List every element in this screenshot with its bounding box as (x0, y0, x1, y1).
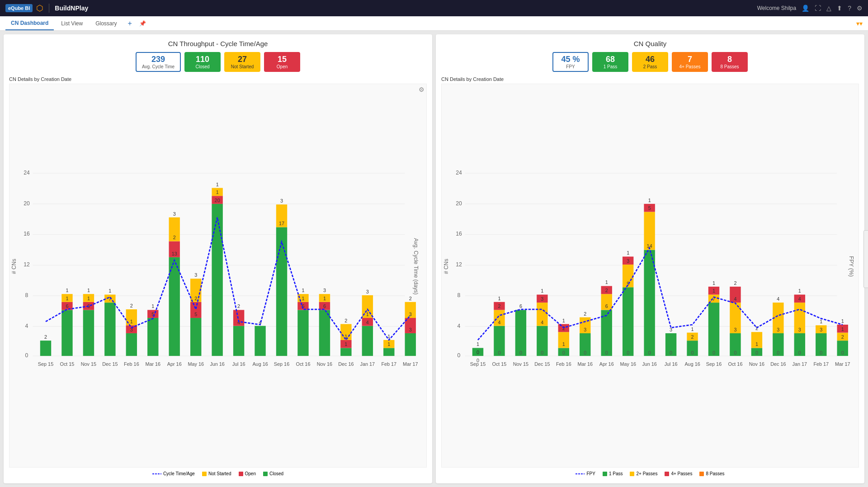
legend-cycle-time-label: Cycle Time/Age (163, 471, 195, 476)
svg-text:6: 6 (519, 303, 522, 309)
legend-not-started-sq (202, 472, 207, 476)
svg-text:Dec 15: Dec 15 (102, 361, 118, 367)
help-icon[interactable]: ? (848, 5, 851, 12)
legend-fpy: FPY (576, 471, 595, 476)
svg-text:Apr 16: Apr 16 (167, 361, 182, 367)
kpi-1pass[interactable]: 68 1 Pass (592, 52, 628, 72)
user-icon[interactable]: 👤 (802, 5, 809, 12)
svg-text:2: 2 (130, 303, 133, 308)
svg-text:1: 1 (108, 288, 111, 293)
svg-text:1: 1 (302, 288, 304, 293)
tab-list-view[interactable]: List View (56, 16, 88, 30)
svg-rect-99 (340, 348, 351, 356)
svg-text:May 16: May 16 (188, 361, 204, 367)
svg-text:0: 0 (584, 350, 586, 355)
alert-icon[interactable]: △ (826, 5, 831, 12)
kpi-open-value: 15 (270, 55, 294, 64)
svg-rect-118 (405, 333, 416, 356)
svg-text:Dec 16: Dec 16 (338, 361, 354, 367)
svg-text:2: 2 (173, 235, 176, 241)
kpi-open[interactable]: 15 Open (264, 52, 300, 72)
svg-text:0: 0 (519, 350, 522, 355)
kpi-2pass[interactable]: 46 2 Pass (632, 52, 668, 72)
svg-text:0: 0 (476, 350, 479, 355)
header-separator (49, 4, 49, 13)
legend-2pass-label: 2+ Passes (636, 471, 657, 476)
svg-text:4: 4 (366, 320, 369, 325)
svg-text:1: 1 (344, 341, 347, 347)
svg-text:1: 1 (216, 189, 219, 195)
sidebar-filter1-icon[interactable]: ⊞ (865, 232, 868, 242)
svg-rect-92 (319, 310, 330, 356)
settings-icon[interactable]: ⚙ (857, 5, 863, 12)
tab-glossary[interactable]: Glossary (90, 16, 122, 30)
svg-text:1: 1 (562, 318, 565, 323)
kpi-closed[interactable]: 110 Closed (184, 52, 221, 72)
svg-text:1: 1 (541, 288, 543, 293)
legend-4pass-sq (665, 472, 669, 476)
svg-rect-50 (169, 257, 180, 356)
expand-icon[interactable]: ⛶ (815, 5, 821, 12)
svg-text:0: 0 (820, 350, 822, 355)
kpi-avg-cycle-time[interactable]: 239 Avg. Cycle Time (136, 52, 181, 72)
svg-text:24: 24 (456, 170, 462, 176)
pin-button[interactable]: 📌 (137, 20, 148, 27)
app-header: eQube BI ⬡ BuildNPlay Welcome Shilpa 👤 ⛶… (0, 0, 868, 16)
legend-8pass: 8 Passes (699, 471, 724, 476)
svg-text:Dec 16: Dec 16 (770, 361, 786, 367)
welcome-text: Welcome Shilpa (757, 5, 796, 11)
svg-text:20: 20 (456, 200, 462, 207)
chart-settings-icon[interactable]: ⚙ (419, 86, 425, 93)
kpi-not-started[interactable]: 27 Not Started (224, 52, 260, 72)
svg-text:1: 1 (627, 250, 629, 255)
add-tab-button[interactable]: + (124, 19, 136, 28)
sidebar-grid-icon[interactable]: ⊟ (865, 265, 868, 275)
kpi-avg-cycle-label: Avg. Cycle Time (142, 64, 175, 69)
legend-2pass: 2+ Passes (630, 471, 657, 476)
svg-text:Apr 16: Apr 16 (599, 361, 614, 367)
kpi-4pass[interactable]: 7 4+ Passes (672, 52, 708, 72)
sidebar-refresh-icon[interactable]: ↻ (865, 276, 868, 286)
svg-text:# CNs: # CNs (443, 259, 449, 274)
nav-tabs: CN Dashboard List View Glossary + 📌 ▾▾ (0, 16, 868, 31)
legend-4pass: 4+ Passes (665, 471, 692, 476)
svg-rect-57 (190, 318, 201, 356)
svg-text:1: 1 (366, 312, 369, 317)
tab-cn-dashboard[interactable]: CN Dashboard (5, 16, 54, 30)
kpi-8pass[interactable]: 8 8 Passes (712, 52, 748, 72)
svg-text:6: 6 (323, 303, 326, 309)
throughput-chart-container: ⚙ 24 20 16 12 8 4 0 (9, 84, 427, 468)
upload-icon[interactable]: ⬆ (837, 5, 842, 12)
svg-rect-64 (212, 204, 222, 356)
svg-text:Feb 17: Feb 17 (381, 361, 396, 367)
header-right: Welcome Shilpa 👤 ⛶ △ ⬆ ? ⚙ (757, 5, 863, 12)
svg-rect-113 (383, 348, 394, 356)
svg-text:Jul 16: Jul 16 (665, 361, 678, 367)
svg-text:0: 0 (458, 352, 461, 359)
legend-open-label: Open (245, 471, 256, 476)
quality-chart-section: CN Details by Creation Date 24 20 16 12 … (441, 76, 859, 478)
sidebar-c-icon[interactable]: C (865, 254, 868, 264)
svg-text:1: 1 (66, 288, 68, 293)
svg-text:Sep 16: Sep 16 (274, 361, 289, 367)
sidebar-filter2-icon[interactable]: ▽ (865, 243, 868, 253)
svg-text:0: 0 (498, 350, 500, 355)
svg-text:0: 0 (670, 350, 672, 355)
kpi-2pass-label: 2 Pass (638, 64, 662, 69)
svg-text:12: 12 (456, 261, 462, 268)
svg-text:0: 0 (755, 350, 758, 355)
legend-4pass-label: 4+ Passes (671, 471, 692, 476)
kpi-fpy-value: 45 % (559, 55, 582, 64)
kpi-fpy[interactable]: 45 % FPY (552, 52, 589, 72)
svg-text:1: 1 (66, 296, 68, 301)
svg-text:Oct 15: Oct 15 (60, 361, 74, 367)
svg-text:3: 3 (280, 198, 283, 203)
svg-text:Dec 15: Dec 15 (534, 361, 550, 367)
quality-panel: CN Quality 45 % FPY 68 1 Pass 46 2 Pass … (436, 34, 864, 483)
svg-text:# CNs: # CNs (11, 259, 17, 274)
svg-text:13: 13 (172, 251, 177, 256)
svg-text:4: 4 (458, 323, 461, 329)
nav-expand-button[interactable]: ▾▾ (856, 20, 863, 27)
svg-rect-26 (83, 310, 94, 356)
legend-fpy-label: FPY (586, 471, 595, 476)
